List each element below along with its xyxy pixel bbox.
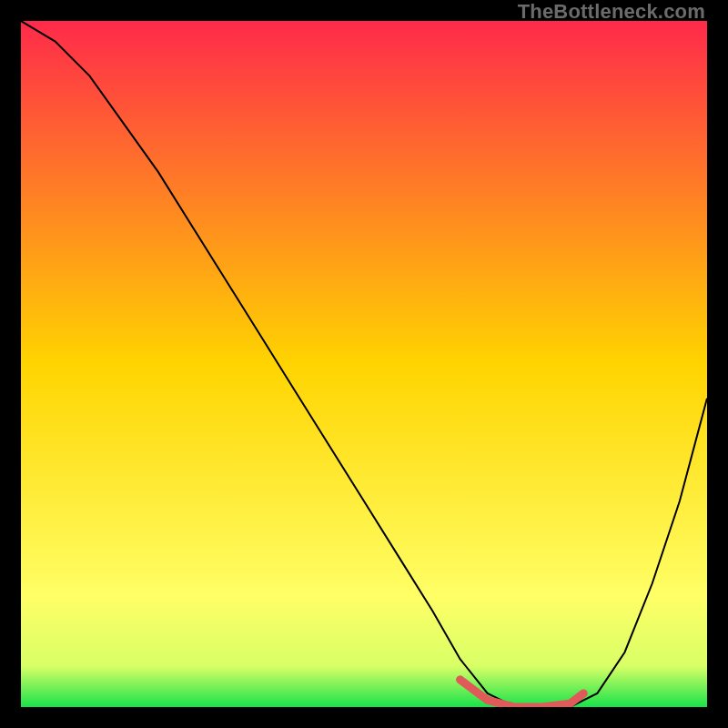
plot-area xyxy=(21,21,707,707)
chart-frame: TheBottleneck.com xyxy=(0,0,728,728)
chart-svg xyxy=(21,21,707,707)
